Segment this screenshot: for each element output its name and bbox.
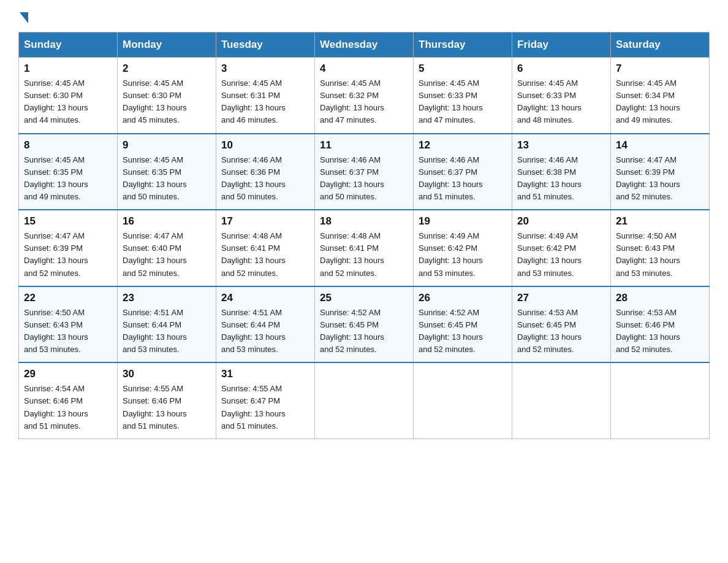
- logo-arrow-icon: [20, 12, 28, 23]
- column-header-sunday: Sunday: [19, 33, 118, 58]
- calendar-cell: [512, 362, 611, 439]
- day-info: Sunrise: 4:45 AMSunset: 6:34 PMDaylight:…: [616, 77, 704, 127]
- day-number: 3: [221, 63, 309, 75]
- day-number: 25: [320, 292, 408, 304]
- day-info: Sunrise: 4:47 AMSunset: 6:39 PMDaylight:…: [24, 230, 112, 280]
- day-info: Sunrise: 4:54 AMSunset: 6:46 PMDaylight:…: [24, 383, 112, 432]
- calendar-cell: 19Sunrise: 4:49 AMSunset: 6:42 PMDayligh…: [414, 210, 512, 286]
- day-number: 5: [419, 63, 507, 75]
- day-number: 16: [123, 215, 211, 228]
- day-info: Sunrise: 4:52 AMSunset: 6:45 PMDaylight:…: [419, 307, 507, 356]
- day-info: Sunrise: 4:47 AMSunset: 6:39 PMDaylight:…: [616, 154, 704, 204]
- calendar-cell: 22Sunrise: 4:50 AMSunset: 6:43 PMDayligh…: [19, 286, 118, 363]
- day-number: 12: [419, 139, 507, 151]
- day-info: Sunrise: 4:46 AMSunset: 6:37 PMDaylight:…: [320, 154, 408, 204]
- calendar-cell: 23Sunrise: 4:51 AMSunset: 6:44 PMDayligh…: [118, 286, 216, 363]
- day-number: 1: [24, 63, 112, 75]
- day-info: Sunrise: 4:45 AMSunset: 6:30 PMDaylight:…: [24, 77, 112, 127]
- day-info: Sunrise: 4:46 AMSunset: 6:36 PMDaylight:…: [221, 154, 309, 204]
- calendar-cell: 20Sunrise: 4:49 AMSunset: 6:42 PMDayligh…: [512, 210, 611, 286]
- day-number: 14: [616, 139, 704, 151]
- calendar-cell: 8Sunrise: 4:45 AMSunset: 6:35 PMDaylight…: [19, 134, 118, 210]
- day-info: Sunrise: 4:49 AMSunset: 6:42 PMDaylight:…: [419, 230, 507, 280]
- calendar-cell: [414, 362, 512, 439]
- calendar-cell: 7Sunrise: 4:45 AMSunset: 6:34 PMDaylight…: [611, 58, 710, 134]
- calendar-cell: 10Sunrise: 4:46 AMSunset: 6:36 PMDayligh…: [216, 134, 315, 210]
- column-header-monday: Monday: [118, 33, 216, 58]
- day-number: 17: [221, 215, 309, 228]
- day-info: Sunrise: 4:48 AMSunset: 6:41 PMDaylight:…: [320, 230, 408, 280]
- calendar-cell: 2Sunrise: 4:45 AMSunset: 6:30 PMDaylight…: [118, 58, 216, 134]
- column-header-saturday: Saturday: [611, 33, 710, 58]
- day-info: Sunrise: 4:52 AMSunset: 6:45 PMDaylight:…: [320, 307, 408, 356]
- day-info: Sunrise: 4:45 AMSunset: 6:35 PMDaylight:…: [24, 154, 112, 204]
- calendar-cell: [315, 362, 414, 439]
- calendar-cell: 16Sunrise: 4:47 AMSunset: 6:40 PMDayligh…: [118, 210, 216, 286]
- day-info: Sunrise: 4:53 AMSunset: 6:45 PMDaylight:…: [517, 307, 605, 356]
- calendar-cell: 12Sunrise: 4:46 AMSunset: 6:37 PMDayligh…: [414, 134, 512, 210]
- day-info: Sunrise: 4:50 AMSunset: 6:43 PMDaylight:…: [616, 230, 704, 280]
- day-info: Sunrise: 4:47 AMSunset: 6:40 PMDaylight:…: [123, 230, 211, 280]
- day-info: Sunrise: 4:46 AMSunset: 6:37 PMDaylight:…: [419, 154, 507, 204]
- column-header-friday: Friday: [512, 33, 611, 58]
- day-number: 28: [616, 292, 704, 304]
- day-number: 23: [123, 292, 211, 304]
- column-header-thursday: Thursday: [414, 33, 512, 58]
- day-info: Sunrise: 4:50 AMSunset: 6:43 PMDaylight:…: [24, 307, 112, 356]
- day-number: 4: [320, 63, 408, 75]
- day-info: Sunrise: 4:49 AMSunset: 6:42 PMDaylight:…: [517, 230, 605, 280]
- calendar-cell: 1Sunrise: 4:45 AMSunset: 6:30 PMDaylight…: [19, 58, 118, 134]
- calendar-table: SundayMondayTuesdayWednesdayThursdayFrid…: [18, 32, 710, 439]
- calendar-week-row: 8Sunrise: 4:45 AMSunset: 6:35 PMDaylight…: [19, 134, 710, 210]
- calendar-week-row: 15Sunrise: 4:47 AMSunset: 6:39 PMDayligh…: [19, 210, 710, 286]
- day-number: 7: [616, 63, 704, 75]
- day-number: 19: [419, 215, 507, 228]
- day-number: 26: [419, 292, 507, 304]
- day-number: 29: [24, 368, 112, 380]
- calendar-cell: 13Sunrise: 4:46 AMSunset: 6:38 PMDayligh…: [512, 134, 611, 210]
- day-number: 2: [123, 63, 211, 75]
- day-info: Sunrise: 4:45 AMSunset: 6:32 PMDaylight:…: [320, 77, 408, 127]
- calendar-cell: 5Sunrise: 4:45 AMSunset: 6:33 PMDaylight…: [414, 58, 512, 134]
- day-number: 6: [517, 63, 605, 75]
- day-info: Sunrise: 4:51 AMSunset: 6:44 PMDaylight:…: [123, 307, 211, 356]
- day-number: 18: [320, 215, 408, 228]
- day-number: 21: [616, 215, 704, 228]
- calendar-cell: 24Sunrise: 4:51 AMSunset: 6:44 PMDayligh…: [216, 286, 315, 363]
- column-header-tuesday: Tuesday: [216, 33, 315, 58]
- day-number: 20: [517, 215, 605, 228]
- calendar-cell: 11Sunrise: 4:46 AMSunset: 6:37 PMDayligh…: [315, 134, 414, 210]
- column-header-wednesday: Wednesday: [315, 33, 414, 58]
- calendar-cell: 29Sunrise: 4:54 AMSunset: 6:46 PMDayligh…: [19, 362, 118, 439]
- calendar-week-row: 1Sunrise: 4:45 AMSunset: 6:30 PMDaylight…: [19, 58, 710, 134]
- day-info: Sunrise: 4:55 AMSunset: 6:47 PMDaylight:…: [221, 383, 309, 432]
- calendar-cell: 17Sunrise: 4:48 AMSunset: 6:41 PMDayligh…: [216, 210, 315, 286]
- day-info: Sunrise: 4:48 AMSunset: 6:41 PMDaylight:…: [221, 230, 309, 280]
- calendar-cell: 9Sunrise: 4:45 AMSunset: 6:35 PMDaylight…: [118, 134, 216, 210]
- calendar-cell: 27Sunrise: 4:53 AMSunset: 6:45 PMDayligh…: [512, 286, 611, 363]
- day-info: Sunrise: 4:46 AMSunset: 6:38 PMDaylight:…: [517, 154, 605, 204]
- logo: [18, 12, 29, 21]
- day-number: 9: [123, 139, 211, 151]
- calendar-cell: 14Sunrise: 4:47 AMSunset: 6:39 PMDayligh…: [611, 134, 710, 210]
- day-number: 27: [517, 292, 605, 304]
- day-info: Sunrise: 4:45 AMSunset: 6:33 PMDaylight:…: [419, 77, 507, 127]
- calendar-cell: 25Sunrise: 4:52 AMSunset: 6:45 PMDayligh…: [315, 286, 414, 363]
- day-number: 11: [320, 139, 408, 151]
- calendar-cell: 26Sunrise: 4:52 AMSunset: 6:45 PMDayligh…: [414, 286, 512, 363]
- calendar-cell: 30Sunrise: 4:55 AMSunset: 6:46 PMDayligh…: [118, 362, 216, 439]
- calendar-cell: 6Sunrise: 4:45 AMSunset: 6:33 PMDaylight…: [512, 58, 611, 134]
- calendar-week-row: 29Sunrise: 4:54 AMSunset: 6:46 PMDayligh…: [19, 362, 710, 439]
- calendar-header-row: SundayMondayTuesdayWednesdayThursdayFrid…: [19, 33, 710, 58]
- calendar-cell: 4Sunrise: 4:45 AMSunset: 6:32 PMDaylight…: [315, 58, 414, 134]
- calendar-cell: 18Sunrise: 4:48 AMSunset: 6:41 PMDayligh…: [315, 210, 414, 286]
- calendar-week-row: 22Sunrise: 4:50 AMSunset: 6:43 PMDayligh…: [19, 286, 710, 363]
- day-info: Sunrise: 4:53 AMSunset: 6:46 PMDaylight:…: [616, 307, 704, 356]
- day-number: 31: [221, 368, 309, 380]
- calendar-cell: 31Sunrise: 4:55 AMSunset: 6:47 PMDayligh…: [216, 362, 315, 439]
- day-info: Sunrise: 4:45 AMSunset: 6:33 PMDaylight:…: [517, 77, 605, 127]
- day-number: 10: [221, 139, 309, 151]
- day-number: 8: [24, 139, 112, 151]
- calendar-cell: [611, 362, 710, 439]
- day-number: 24: [221, 292, 309, 304]
